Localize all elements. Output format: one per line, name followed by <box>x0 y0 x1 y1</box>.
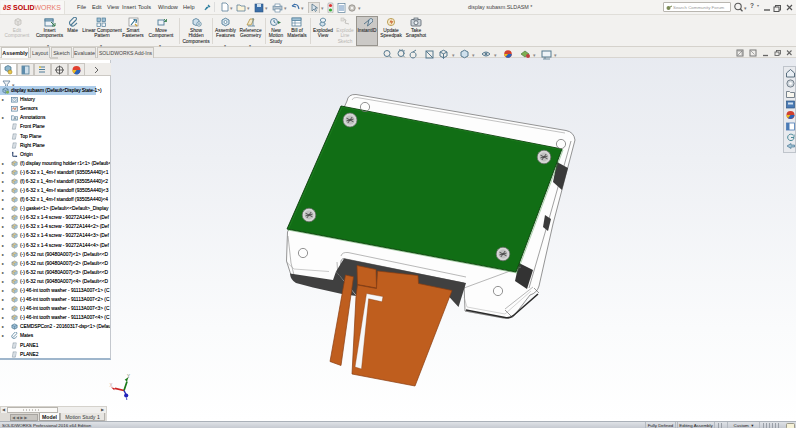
svg-text:▾: ▾ <box>744 5 747 11</box>
svg-text:▾: ▾ <box>321 5 324 11</box>
svg-text:▾: ▾ <box>284 5 287 11</box>
svg-text:▾: ▾ <box>472 52 475 58</box>
svg-text:▾: ▾ <box>494 52 497 58</box>
svg-text:▾: ▾ <box>554 52 557 58</box>
svg-text:▾: ▾ <box>247 5 250 11</box>
svg-text:Y: Y <box>127 374 130 379</box>
svg-text:▾: ▾ <box>452 52 455 58</box>
svg-text:▾: ▾ <box>358 5 361 11</box>
svg-text:X: X <box>110 383 113 388</box>
svg-text:▾: ▾ <box>265 5 268 11</box>
svg-text:▾: ▾ <box>533 52 536 58</box>
svg-text:▾: ▾ <box>301 5 304 11</box>
svg-text:▾: ▾ <box>230 5 233 11</box>
